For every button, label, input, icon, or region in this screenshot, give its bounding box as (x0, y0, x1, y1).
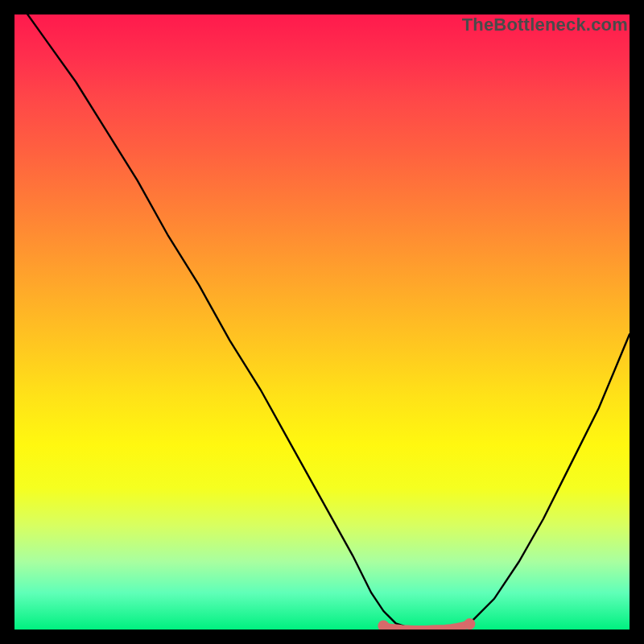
marker-dot-left (378, 620, 389, 630)
marker-dot-right (464, 618, 475, 630)
bottleneck-curve (14, 14, 630, 630)
chart-frame: TheBottleneck.com (14, 14, 630, 630)
flat-marker-line (383, 624, 469, 630)
chart-svg (14, 14, 630, 630)
watermark-text: TheBottleneck.com (462, 14, 628, 35)
